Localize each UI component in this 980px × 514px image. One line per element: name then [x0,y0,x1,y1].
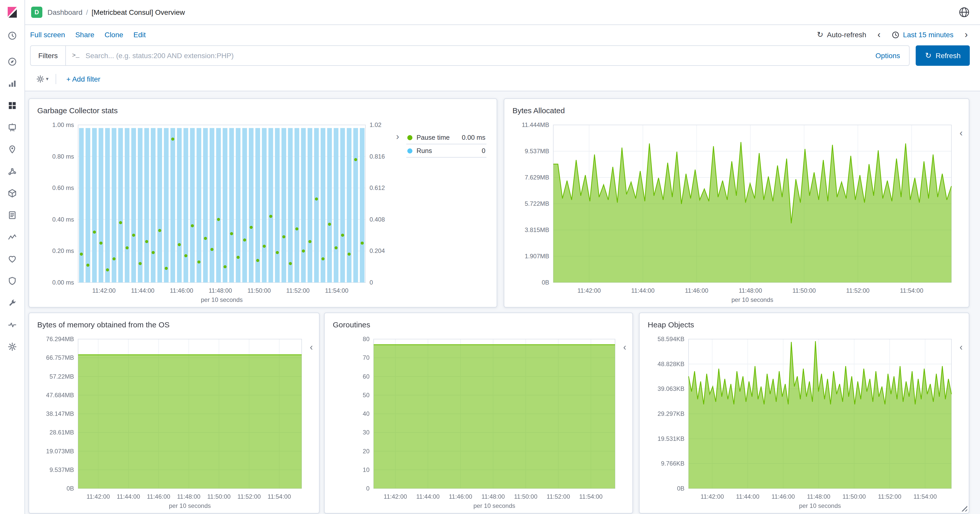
svg-text:11:52:00: 11:52:00 [846,287,870,294]
svg-text:0.20 ms: 0.20 ms [52,247,74,254]
main-column: D Dashboard / [Metricbeat Consul] Overvi… [25,0,980,514]
filters-toggle-button[interactable]: Filters [30,45,66,66]
svg-text:57.22MB: 57.22MB [49,373,74,380]
svg-text:11:52:00: 11:52:00 [547,493,570,500]
clock-icon [892,31,899,38]
svg-text:11:50:00: 11:50:00 [514,493,538,500]
svg-text:11:48:00: 11:48:00 [177,493,200,500]
svg-text:29.297KB: 29.297KB [658,410,684,417]
svg-text:11:42:00: 11:42:00 [92,287,116,294]
svg-text:20: 20 [363,448,369,455]
svg-text:11:46:00: 11:46:00 [685,287,708,294]
panel-title: Bytes Allocated [512,106,961,115]
svg-text:58.594KB: 58.594KB [658,336,684,343]
time-back-button[interactable]: ‹ [875,30,883,39]
legend-series-value: 0 [482,147,485,154]
svg-text:11:52:00: 11:52:00 [286,287,310,294]
siem-icon[interactable] [0,270,24,292]
svg-text:9.537MB: 9.537MB [49,466,74,473]
full-screen-button[interactable]: Full screen [30,30,65,39]
svg-text:11:42:00: 11:42:00 [383,493,407,500]
svg-text:per 10 seconds: per 10 seconds [169,502,211,509]
infrastructure-icon[interactable] [0,182,24,204]
series-color-dot [407,148,412,153]
search-input[interactable] [84,51,867,60]
svg-text:11:48:00: 11:48:00 [738,287,762,294]
chart-legend: › Pause time 0.00 ms Runs 0 [394,118,488,305]
svg-text:0.816: 0.816 [369,153,385,160]
svg-text:0: 0 [366,485,369,492]
svg-text:11:52:00: 11:52:00 [878,493,901,500]
legend-series-name: Pause time [417,133,462,141]
svg-text:10: 10 [363,466,369,473]
svg-text:per 10 seconds: per 10 seconds [473,502,515,509]
time-forward-button[interactable]: › [963,30,970,39]
legend-item-pause-time[interactable]: Pause time 0.00 ms [406,131,487,144]
svg-text:1.02: 1.02 [369,121,382,128]
filter-bar: ▾ + Add filter [25,67,980,91]
management-icon[interactable] [0,336,24,357]
dev-tools-icon[interactable] [0,292,24,314]
svg-text:11:46:00: 11:46:00 [147,493,170,500]
auto-refresh-label: Auto-refresh [827,30,866,39]
breadcrumb-dashboard[interactable]: Dashboard [48,8,83,16]
svg-text:11:54:00: 11:54:00 [579,493,603,500]
machine-learning-icon[interactable] [0,160,24,182]
maps-icon[interactable] [0,138,24,160]
query-bar: Filters >_ Options ↻ Refresh [25,44,980,67]
monitoring-icon[interactable] [0,314,24,336]
share-button[interactable]: Share [75,30,94,39]
visualize-icon[interactable] [0,72,24,94]
time-range-button[interactable]: Last 15 minutes [889,30,956,39]
svg-text:11:44:00: 11:44:00 [131,287,155,294]
dashboard-icon[interactable] [0,94,24,116]
breadcrumb: Dashboard / [Metricbeat Consul] Overview [48,8,185,16]
auto-refresh-button[interactable]: ↻ Auto-refresh [814,30,869,40]
svg-text:11:54:00: 11:54:00 [913,493,937,500]
space-avatar[interactable]: D [31,6,42,18]
svg-text:11:54:00: 11:54:00 [268,493,291,500]
apm-icon[interactable] [0,226,24,248]
svg-text:28.61MB: 28.61MB [49,429,74,436]
globe-icon[interactable] [959,6,970,18]
panel-resize-handle[interactable] [960,504,967,511]
filter-options-button[interactable]: ▾ [36,75,48,83]
panel-heap-objects: Heap Objects ‹ 0B9.766KB19.531KB29.297KB… [639,313,969,514]
svg-text:0.80 ms: 0.80 ms [52,153,74,160]
refresh-icon: ↻ [925,51,932,60]
clone-button[interactable]: Clone [105,30,123,39]
svg-text:11:44:00: 11:44:00 [736,493,759,500]
time-range-label: Last 15 minutes [903,30,953,39]
logs-icon[interactable] [0,204,24,226]
kibana-logo[interactable] [6,0,19,24]
recently-viewed-icon[interactable] [0,24,24,46]
canvas-icon[interactable] [0,116,24,138]
svg-text:30: 30 [363,429,369,436]
page-title: [Metricbeat Consul] Overview [92,8,185,16]
svg-text:70: 70 [363,354,369,361]
caret-down-icon: ▾ [46,76,48,82]
legend-collapse-button[interactable]: › [394,131,401,142]
svg-text:60: 60 [363,373,369,380]
svg-text:11:48:00: 11:48:00 [807,493,830,500]
uptime-icon[interactable] [0,248,24,270]
panel-title: Bytes of memory obtained from the OS [37,320,311,329]
svg-text:11:44:00: 11:44:00 [416,493,440,500]
svg-text:76.294MB: 76.294MB [46,336,74,343]
svg-text:48.828KB: 48.828KB [658,360,684,367]
svg-text:0B: 0B [67,485,74,492]
edit-button[interactable]: Edit [134,30,146,39]
svg-text:19.531KB: 19.531KB [658,435,684,442]
svg-text:47.684MB: 47.684MB [46,392,74,398]
svg-text:0.40 ms: 0.40 ms [52,216,74,223]
svg-text:11:46:00: 11:46:00 [170,287,193,294]
svg-text:11.444MB: 11.444MB [522,121,549,128]
svg-text:0.204: 0.204 [369,247,385,254]
query-options-button[interactable]: Options [872,51,903,60]
auto-refresh-icon: ↻ [817,30,823,39]
refresh-button[interactable]: ↻ Refresh [916,45,970,66]
legend-item-runs[interactable]: Runs 0 [406,144,487,157]
svg-text:0.60 ms: 0.60 ms [52,184,74,191]
discover-icon[interactable] [0,51,24,72]
add-filter-button[interactable]: + Add filter [63,74,103,83]
